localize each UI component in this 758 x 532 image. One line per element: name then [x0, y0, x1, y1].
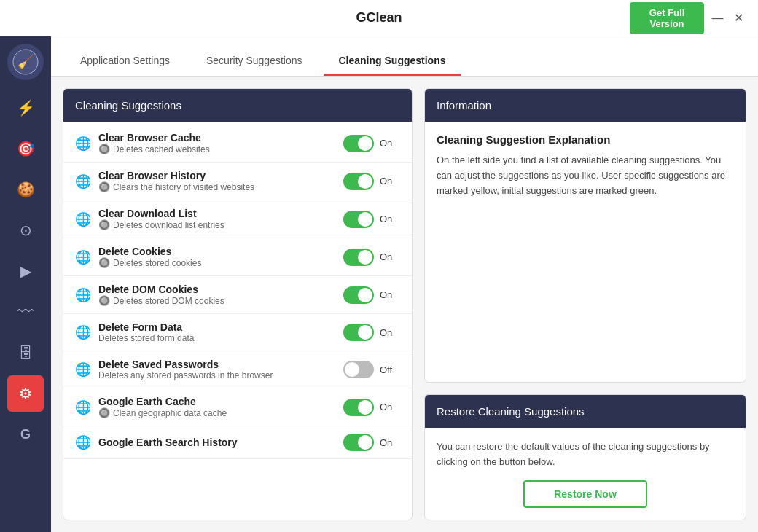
tab-bar: Application Settings Security Suggestion… — [51, 36, 758, 77]
suggestion-desc-text: Deletes stored form data — [98, 333, 194, 343]
get-full-version-button[interactable]: Get Full Version — [630, 2, 704, 34]
suggestion-desc-text: Deletes download list entries — [113, 220, 224, 230]
toggle-knob — [358, 325, 372, 340]
toggle-switch[interactable] — [343, 399, 374, 416]
suggestion-desc-text: Deletes cached websites — [113, 144, 210, 154]
sidebar: 🧹 ⚡ 🎯 🍪 ⊙ ▶ 〰 🗄 ⚙ G — [0, 36, 51, 532]
sidebar-item-gclean[interactable]: G — [7, 416, 44, 453]
tab-application-settings[interactable]: Application Settings — [66, 47, 184, 76]
toggle-switch[interactable] — [343, 324, 374, 341]
info-circle-icon: 🔘 — [98, 257, 110, 268]
suggestion-name: Clear Browser Cache — [98, 132, 343, 144]
sidebar-item-play[interactable]: ▶ — [7, 253, 44, 289]
info-circle-icon: 🔘 — [98, 295, 110, 306]
restore-text: You can restore the default values of th… — [437, 439, 734, 470]
toggle-switch[interactable] — [343, 249, 374, 266]
circle-icon: ⊙ — [20, 222, 32, 239]
sidebar-item-circle[interactable]: ⊙ — [7, 212, 44, 249]
sidebar-logo: 🧹 — [7, 44, 44, 80]
sidebar-item-dashboard[interactable]: ⚡ — [7, 90, 44, 126]
sidebar-item-settings[interactable]: ⚙ — [7, 375, 44, 412]
suggestion-browser-icon: 🌐 — [75, 287, 91, 303]
suggestion-name: Delete DOM Cookies — [98, 283, 343, 295]
toggle-label: On — [380, 289, 400, 300]
right-panel: Information Cleaning Suggestion Explanat… — [424, 88, 746, 520]
logo-icon: 🧹 — [12, 49, 39, 75]
toggle-knob — [358, 174, 372, 189]
close-button[interactable]: ✕ — [731, 8, 746, 28]
suggestion-item: 🌐Clear Browser History🔘Clears the histor… — [63, 163, 412, 200]
suggestion-name: Google Earth Cache — [98, 396, 343, 407]
toggle-switch[interactable] — [343, 211, 374, 228]
suggestion-browser-icon: 🌐 — [75, 211, 91, 227]
gear-icon: ⚙ — [19, 385, 32, 402]
suggestion-desc-text: Deletes any stored passwords in the brow… — [98, 370, 273, 380]
suggestion-name: Clear Browser History — [98, 170, 343, 181]
info-header: Information — [425, 89, 746, 122]
suggestion-name: Google Earth Search History — [98, 437, 343, 448]
toggle-knob — [345, 362, 359, 377]
toggle-switch[interactable] — [343, 286, 374, 304]
suggestion-desc: Deletes stored form data — [98, 333, 343, 343]
cookie-icon: 🍪 — [17, 181, 35, 198]
toggle-knob — [358, 136, 372, 151]
play-icon: ▶ — [20, 262, 31, 280]
sidebar-item-target[interactable]: 🎯 — [7, 130, 44, 167]
toggle-label: On — [380, 138, 400, 149]
toggle-label: On — [380, 437, 400, 448]
app-title: GClean — [128, 10, 630, 26]
svg-text:🧹: 🧹 — [17, 54, 34, 70]
suggestion-desc-text: Clears the history of visited websites — [113, 182, 254, 192]
suggestion-name: Delete Form Data — [98, 321, 343, 333]
cleaning-suggestions-header: Cleaning Suggestions — [63, 89, 412, 122]
sidebar-item-db[interactable]: 🗄 — [7, 335, 44, 371]
suggestion-desc-text: Deletes stored DOM cookies — [113, 296, 224, 306]
toggle-switch[interactable] — [343, 434, 374, 451]
suggestion-desc: 🔘Deletes download list entries — [98, 219, 343, 230]
gclean-brand-icon: G — [20, 427, 31, 442]
suggestion-desc-text: Deletes stored cookies — [113, 258, 201, 268]
info-circle-icon: 🔘 — [98, 144, 110, 154]
suggestion-browser-icon: 🌐 — [75, 399, 91, 415]
toggle-switch[interactable] — [343, 173, 374, 190]
suggestion-desc-text: Clean geographic data cache — [113, 408, 227, 418]
suggestion-browser-icon: 🌐 — [75, 173, 91, 189]
titlebar-right: Get Full Version — ✕ — [630, 2, 746, 34]
suggestion-item: 🌐Delete Cookies🔘Deletes stored cookiesOn — [63, 238, 412, 276]
panels-container: Cleaning Suggestions 🌐Clear Browser Cach… — [51, 77, 758, 532]
suggestion-browser-icon: 🌐 — [75, 249, 91, 265]
suggestion-desc: 🔘Deletes stored cookies — [98, 257, 343, 268]
tab-cleaning-suggestions[interactable]: Cleaning Suggestions — [324, 47, 461, 76]
titlebar: GClean Get Full Version — ✕ — [0, 0, 758, 36]
restore-now-button[interactable]: Restore Now — [523, 480, 647, 508]
cleaning-suggestions-list: 🌐Clear Browser Cache🔘Deletes cached webs… — [63, 122, 412, 520]
info-circle-icon: 🔘 — [98, 219, 110, 230]
suggestion-browser-icon: 🌐 — [75, 434, 91, 450]
suggestion-desc: 🔘Clears the history of visited websites — [98, 181, 343, 192]
suggestion-item: 🌐Google Earth Search HistoryOn — [63, 426, 412, 459]
info-circle-icon: 🔘 — [98, 407, 110, 418]
info-circle-icon: 🔘 — [98, 181, 110, 192]
suggestion-item: 🌐Clear Download List🔘Deletes download li… — [63, 200, 412, 238]
dashboard-icon: ⚡ — [17, 99, 35, 117]
suggestion-name: Delete Cookies — [98, 246, 343, 257]
restore-body: You can restore the default values of th… — [425, 428, 746, 520]
toggle-label: Off — [380, 364, 400, 375]
suggestion-item: 🌐Delete DOM Cookies🔘Deletes stored DOM c… — [63, 276, 412, 314]
toggle-switch[interactable] — [343, 135, 374, 152]
suggestion-item: 🌐Clear Browser Cache🔘Deletes cached webs… — [63, 125, 412, 163]
app-layout: 🧹 ⚡ 🎯 🍪 ⊙ ▶ 〰 🗄 ⚙ G — [0, 36, 758, 532]
sidebar-item-cookie[interactable]: 🍪 — [7, 171, 44, 208]
toggle-label: On — [380, 176, 400, 187]
toggle-label: On — [380, 327, 400, 338]
restore-card: Restore Cleaning Suggestions You can res… — [424, 394, 746, 520]
minimize-button[interactable]: — — [710, 8, 725, 28]
toggle-switch[interactable] — [343, 361, 374, 378]
left-panel: Cleaning Suggestions 🌐Clear Browser Cach… — [63, 88, 413, 520]
suggestion-browser-icon: 🌐 — [75, 324, 91, 340]
sidebar-item-wave[interactable]: 〰 — [7, 294, 44, 330]
suggestion-browser-icon: 🌐 — [75, 361, 91, 378]
wave-icon: 〰 — [17, 302, 34, 321]
tab-security-suggestions[interactable]: Security Suggestions — [192, 47, 317, 76]
info-title: Cleaning Suggestion Explanation — [437, 133, 734, 146]
